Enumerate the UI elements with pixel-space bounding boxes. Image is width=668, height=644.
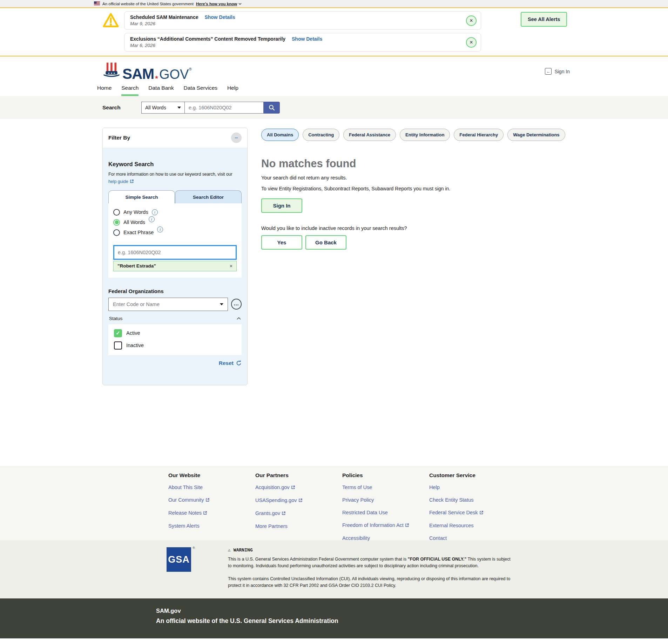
warning-paragraph-2: This system contains Controlled Unclassi… [228, 576, 514, 589]
active-checkbox[interactable]: ✓ [114, 329, 122, 337]
reset-filters[interactable]: Reset [108, 360, 242, 366]
logo-star-icon: ★ [154, 75, 159, 80]
nav-item-data-services[interactable]: Data Services [184, 85, 217, 96]
external-link-icon [298, 498, 303, 503]
info-icon[interactable]: i [157, 226, 163, 232]
filter-panel: Filter By − Keyword Search For more info… [102, 128, 248, 385]
go-back-button[interactable]: Go Back [305, 235, 346, 250]
pill-federal-hierarchy[interactable]: Federal Hierarchy [454, 129, 504, 141]
footer-link[interactable]: About This Site [168, 484, 255, 490]
search-button[interactable] [264, 102, 280, 114]
radio-row-all-words: All Words i [113, 219, 237, 226]
keyword-search-input[interactable] [113, 245, 237, 260]
info-icon[interactable]: i [152, 209, 158, 215]
alert-title: Scheduled SAM Maintenance [130, 14, 198, 20]
keyword-tag: "Robert Estrada" × [113, 261, 237, 271]
footer-link[interactable]: Restricted Data Use [342, 510, 429, 515]
footer-col-our-website: Our Website About This Site Our Communit… [168, 472, 255, 540]
status-option-active[interactable]: ✓ Active [114, 329, 236, 337]
warning-band: GSA ® ⚠ WARNING This is a U.S. General S… [0, 540, 668, 598]
info-icon[interactable]: i [149, 216, 155, 222]
top-search-input[interactable] [185, 102, 264, 114]
nav-item-data-bank[interactable]: Data Bank [148, 85, 174, 96]
footer-link[interactable]: Release Notes [168, 510, 255, 516]
footer-link[interactable]: Freedom of Information Act [342, 522, 429, 528]
search-mode-select[interactable]: All Words [141, 102, 185, 114]
status-section-toggle[interactable]: Status [108, 316, 242, 321]
show-details-link[interactable]: Show Details [204, 14, 235, 20]
tab-search-editor[interactable]: Search Editor [175, 190, 242, 203]
remove-tag-icon[interactable]: × [230, 263, 232, 269]
footer-link[interactable]: Accessibility [342, 535, 429, 541]
warning-heading: ⚠ WARNING [228, 547, 514, 553]
any-words-radio[interactable] [113, 209, 120, 216]
caret-down-icon [220, 303, 223, 305]
pill-all-domains[interactable]: All Domains [261, 129, 299, 141]
all-words-radio[interactable] [113, 219, 120, 226]
pill-contracting[interactable]: Contracting [303, 129, 339, 141]
footer-link[interactable]: Our Community [168, 497, 255, 503]
sign-in-arrow-icon: ← [545, 68, 552, 75]
alert-title: Exclusions “Additional Comments” Content… [130, 36, 285, 42]
yes-button[interactable]: Yes [261, 235, 302, 250]
tab-simple-search[interactable]: Simple Search [108, 190, 175, 203]
inactive-checkbox[interactable] [114, 341, 122, 350]
footer-link[interactable]: Help [429, 484, 516, 490]
search-band-label: Search [102, 104, 141, 111]
svg-text:★ ★ ★: ★ ★ ★ [108, 72, 115, 74]
status-heading: Status [109, 316, 122, 321]
logo-registered-mark: ® [189, 67, 191, 71]
banner-how-link[interactable]: Here’s how you know [196, 2, 242, 6]
footer-col-customer-service: Customer Service Help Check Entity Statu… [429, 472, 516, 540]
alert-card: Scheduled SAM Maintenance Show Details M… [124, 11, 481, 30]
footer-link[interactable]: Contact [429, 535, 516, 541]
sam-gov-logo[interactable]: ★ ★ ★ SAM ★ GOV ® [103, 61, 191, 81]
external-link-icon [479, 510, 484, 516]
more-options-icon[interactable]: … [231, 299, 242, 310]
help-guide-link[interactable]: help guide [108, 178, 242, 185]
footer-link[interactable]: Federal Service Desk [429, 510, 516, 516]
external-link-icon [405, 523, 409, 528]
domain-filter-pills: All Domains Contracting Federal Assistan… [261, 129, 668, 141]
nav-item-home[interactable]: Home [97, 85, 112, 96]
no-results-text: Your search did not return any results. [261, 175, 668, 181]
footer-link[interactable]: Terms of Use [342, 484, 429, 490]
header-sign-in-link[interactable]: ← Sign In [545, 68, 570, 75]
simple-search-panel: Any Words i All Words i Exact Phrase i "… [108, 203, 242, 278]
keyword-tabs: Simple Search Search Editor [108, 190, 242, 203]
federal-orgs-heading: Federal Organizations [108, 288, 242, 294]
footer-link[interactable]: Privacy Policy [342, 497, 429, 503]
footer-link[interactable]: Acquisition.gov [255, 484, 342, 490]
status-option-inactive[interactable]: Inactive [114, 341, 236, 350]
nav-item-search[interactable]: Search [121, 85, 139, 96]
footer-link[interactable]: External Resources [429, 523, 516, 528]
inactive-records-question: Would you like to include inactive recor… [261, 225, 668, 231]
pill-wage-determinations[interactable]: Wage Determinations [507, 129, 565, 141]
alerts-section: Scheduled SAM Maintenance Show Details M… [0, 7, 668, 56]
federal-orgs-select[interactable]: Enter Code or Name [108, 298, 228, 311]
collapse-filters-button[interactable]: − [231, 133, 242, 143]
results-sign-in-button[interactable]: Sign In [261, 198, 302, 213]
see-all-alerts-button[interactable]: See All Alerts [521, 12, 567, 27]
footer-link[interactable]: Check Entity Status [429, 497, 516, 503]
close-icon[interactable]: × [466, 15, 477, 26]
sign-in-required-text: To view Entity Registrations, Subcontrac… [261, 185, 451, 192]
banner-text: An official website of the United States… [102, 2, 194, 6]
footer-col-our-partners: Our Partners Acquisition.gov USASpending… [255, 472, 342, 540]
footer-link[interactable]: More Partners [255, 523, 342, 529]
close-icon[interactable]: × [466, 37, 477, 48]
exact-phrase-radio[interactable] [113, 229, 120, 236]
external-link-icon [203, 510, 207, 516]
pill-entity-information[interactable]: Entity Information [400, 129, 450, 141]
external-link-icon [291, 485, 295, 490]
keyword-tag-text: "Robert Estrada" [117, 263, 156, 269]
footer-link[interactable]: USASpending.gov [255, 497, 342, 503]
sign-in-label: Sign In [554, 69, 570, 74]
footer-link[interactable]: Grants.gov [255, 510, 342, 516]
pill-federal-assistance[interactable]: Federal Assistance [343, 129, 396, 141]
show-details-link[interactable]: Show Details [292, 36, 322, 42]
footer-link[interactable]: System Alerts [168, 523, 255, 529]
nav-item-help[interactable]: Help [227, 85, 238, 96]
gov-banner: An official website of the United States… [0, 0, 668, 7]
footer-site-title: SAM.gov [156, 608, 668, 614]
